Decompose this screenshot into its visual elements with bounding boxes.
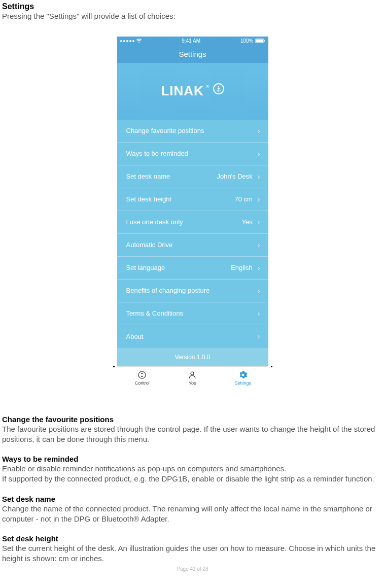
- tab-control[interactable]: Control: [117, 367, 167, 390]
- wifi-icon: [136, 39, 142, 43]
- phone-frame: 9:41 AM 100% Settings LINAK® Change favo…: [117, 37, 268, 390]
- row-set-desk-name[interactable]: Set desk name John's Desk ›: [117, 165, 268, 188]
- phone-screenshot-wrap: 9:41 AM 100% Settings LINAK® Change favo…: [0, 37, 385, 390]
- section-change-favourite-positions: Change the favourite positions The favou…: [0, 415, 385, 445]
- registered-icon: ®: [206, 84, 210, 89]
- row-label: Set language: [126, 264, 231, 271]
- section-heading: Ways to be reminded: [0, 455, 385, 463]
- row-value: English: [231, 264, 258, 271]
- page-number: Page 41 of 28: [0, 566, 385, 574]
- row-terms-conditions[interactable]: Terms & Conditions ›: [117, 302, 268, 325]
- row-label: Set desk height: [126, 195, 235, 203]
- section-ways-to-be-reminded: Ways to be reminded Enable or disable re…: [0, 455, 385, 485]
- tab-bar: Control You Settings: [117, 366, 268, 390]
- tab-label: Settings: [235, 381, 252, 386]
- navbar: Settings: [117, 46, 268, 63]
- row-label: About: [126, 333, 258, 340]
- linak-logo: LINAK®: [161, 83, 224, 99]
- crop-mark-icon: [271, 366, 272, 367]
- section-body: Change the name of the connected product…: [0, 504, 385, 525]
- battery-percent: 100%: [240, 38, 254, 44]
- logo-circle-icon: [213, 83, 224, 94]
- version-footer: Version 1.0.0: [117, 348, 268, 366]
- row-change-favourite-positions[interactable]: Change favourite positions ›: [117, 120, 268, 143]
- status-bar: 9:41 AM 100%: [117, 37, 268, 46]
- row-one-desk-only[interactable]: I use one desk only Yes ›: [117, 211, 268, 234]
- crop-mark-icon: [113, 366, 115, 367]
- tab-label: You: [189, 381, 196, 386]
- row-label: Terms & Conditions: [126, 309, 258, 317]
- row-label: Benefits of changing posture: [126, 287, 258, 294]
- svg-rect-2: [264, 40, 264, 42]
- chevron-right-icon: ›: [258, 310, 260, 317]
- section-body: Set the current height of the desk. An i…: [0, 543, 385, 564]
- control-icon: [137, 370, 147, 379]
- section-heading: Set desk height: [0, 534, 385, 543]
- chevron-right-icon: ›: [258, 173, 260, 180]
- chevron-right-icon: ›: [258, 333, 260, 340]
- row-label: Set desk name: [126, 172, 217, 180]
- battery-icon: [255, 39, 265, 43]
- row-value: Yes: [242, 218, 258, 226]
- chevron-right-icon: ›: [258, 287, 260, 294]
- status-time: 9:41 AM: [182, 38, 200, 44]
- user-icon: [188, 370, 197, 379]
- chevron-right-icon: ›: [258, 219, 260, 226]
- chevron-right-icon: ›: [258, 241, 260, 249]
- version-text: Version 1.0.0: [174, 354, 210, 361]
- chevron-right-icon: ›: [258, 150, 260, 157]
- section-body: The favourite positions are stored throu…: [0, 424, 385, 445]
- logo-band: LINAK®: [117, 63, 268, 120]
- section-body: Enable or disable reminder notifications…: [0, 464, 385, 485]
- row-label: I use one desk only: [126, 218, 242, 226]
- row-value: 70 cm: [234, 195, 257, 203]
- tab-you[interactable]: You: [167, 367, 218, 390]
- svg-point-4: [191, 372, 194, 375]
- row-set-desk-height[interactable]: Set desk height 70 cm ›: [117, 188, 268, 211]
- tab-label: Control: [135, 381, 150, 386]
- status-left: [120, 39, 142, 43]
- row-about[interactable]: About ›: [117, 325, 268, 348]
- row-value: John's Desk: [217, 172, 257, 180]
- chevron-right-icon: ›: [258, 196, 260, 203]
- row-automatic-drive[interactable]: Automatic Drive ›: [117, 234, 268, 257]
- navbar-title: Settings: [179, 50, 206, 58]
- svg-rect-1: [256, 40, 263, 43]
- row-label: Ways to be reminded: [126, 150, 258, 157]
- chevron-right-icon: ›: [258, 127, 260, 134]
- row-label: Automatic Drive: [126, 241, 258, 249]
- settings-list: Change favourite positions › Ways to be …: [117, 120, 268, 348]
- row-label: Change favourite positions: [126, 127, 258, 134]
- section-set-desk-name: Set desk name Change the name of the con…: [0, 495, 385, 525]
- row-set-language[interactable]: Set language English ›: [117, 257, 268, 280]
- tab-settings[interactable]: Settings: [218, 367, 268, 390]
- row-ways-to-be-reminded[interactable]: Ways to be reminded ›: [117, 143, 268, 165]
- page-title: Settings: [0, 0, 385, 11]
- gear-icon: [238, 370, 248, 379]
- intro-text: Pressing the "Settings" will provide a l…: [0, 11, 385, 21]
- anchor-icon: [216, 86, 221, 92]
- row-benefits-posture[interactable]: Benefits of changing posture ›: [117, 280, 268, 302]
- chevron-right-icon: ›: [258, 264, 260, 271]
- status-right: 100%: [240, 38, 265, 44]
- section-heading: Change the favourite positions: [0, 415, 385, 424]
- svg-point-3: [138, 371, 146, 378]
- logo-text: LINAK: [161, 83, 203, 99]
- section-set-desk-height: Set desk height Set the current height o…: [0, 534, 385, 564]
- section-heading: Set desk name: [0, 495, 385, 503]
- signal-dots-icon: [120, 40, 134, 42]
